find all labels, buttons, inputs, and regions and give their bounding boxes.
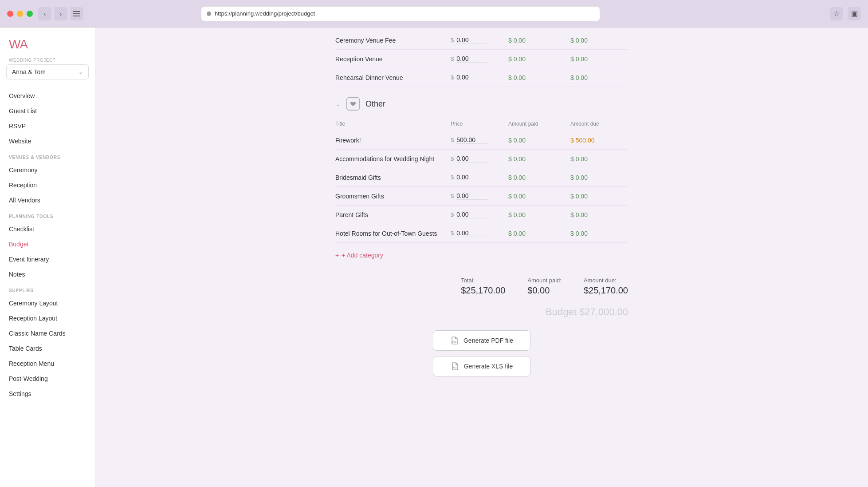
row-title: Parent Gifts: [335, 211, 451, 218]
row-amount-paid: $ 0.00: [508, 174, 570, 181]
browser-actions: ☆ ▣: [830, 7, 861, 20]
price-input[interactable]: [456, 174, 487, 181]
row-title: Accommodations for Wedding Night: [335, 155, 451, 162]
row-title: Firework!: [335, 137, 451, 144]
sidebar-item-checklist[interactable]: Checklist: [0, 222, 95, 237]
row-price[interactable]: $: [451, 136, 508, 144]
sidebar-item-guest-list[interactable]: Guest List: [0, 103, 95, 119]
row-title: Groomsmen Gifts: [335, 193, 451, 200]
nav-buttons: ‹ ›: [38, 7, 83, 20]
dollar-sign: $: [451, 230, 454, 237]
sidebar-item-all-vendors[interactable]: All Vendors: [0, 193, 95, 208]
url-bar[interactable]: https://planning.wedding/project/budget: [201, 6, 600, 21]
supplies-section-label: SUPPLIES: [0, 282, 95, 296]
row-amount-paid: $ 0.00: [508, 155, 570, 162]
dollar-sign: $: [451, 137, 454, 143]
project-selector[interactable]: Anna & Tom ⌄: [6, 64, 89, 79]
header-title: Title: [335, 121, 451, 127]
sidebar-item-budget[interactable]: Budget: [0, 237, 95, 252]
svg-rect-0: [73, 11, 80, 12]
row-title: Rehearsal Dinner Venue: [335, 74, 451, 81]
sidebar-item-overview[interactable]: Overview: [0, 88, 95, 103]
dollar-sign: $: [451, 211, 454, 218]
total-label: Total:: [461, 277, 505, 284]
header-amount-paid: Amount paid: [508, 121, 570, 127]
column-headers: Title Price Amount paid Amount due: [335, 117, 628, 129]
app-container: WA WEDDING PROJECT Anna & Tom ⌄ Overview…: [0, 28, 868, 487]
collapse-icon[interactable]: ⌄: [335, 100, 341, 107]
row-price[interactable]: $: [451, 55, 508, 63]
bookmark-button[interactable]: ☆: [830, 7, 843, 20]
sidebar-item-reception-layout[interactable]: Reception Layout: [0, 311, 95, 326]
fullscreen-button[interactable]: ▣: [848, 7, 861, 20]
back-button[interactable]: ‹: [38, 7, 51, 20]
maximize-button[interactable]: [27, 11, 33, 17]
price-input[interactable]: [456, 36, 487, 44]
row-amount-due: $ 0.00: [570, 55, 628, 63]
sidebar-item-website[interactable]: Website: [0, 134, 95, 149]
row-amount-due: $ 0.00: [570, 155, 628, 162]
sidebar-item-settings[interactable]: Settings: [0, 386, 95, 401]
price-input[interactable]: [456, 136, 487, 144]
sidebar-button[interactable]: [70, 7, 83, 20]
row-price[interactable]: $: [451, 230, 508, 237]
row-price[interactable]: $: [451, 155, 508, 162]
venues-section-label: VENUES & VENDORS: [0, 149, 95, 162]
table-row: Reception Venue $ $ 0.00 $ 0.00: [335, 50, 628, 68]
table-row: Ceremony Venue Fee $ $ 0.00 $ 0.00: [335, 31, 628, 50]
row-title: Reception Venue: [335, 55, 451, 63]
row-price[interactable]: $: [451, 74, 508, 81]
table-row: Rehearsal Dinner Venue $ $ 0.00 $ 0.00: [335, 68, 628, 87]
due-label: Amount due:: [584, 277, 628, 284]
row-title: Bridesmaid Gifts: [335, 174, 451, 181]
generate-pdf-button[interactable]: PDF Generate PDF file: [433, 330, 530, 351]
sidebar-item-ceremony-layout[interactable]: Ceremony Layout: [0, 296, 95, 311]
sidebar-item-event-itinerary[interactable]: Event Itinerary: [0, 252, 95, 267]
total-item: Total: $25,170.00: [461, 277, 505, 296]
wedding-project-label: WEDDING PROJECT: [0, 58, 95, 64]
row-price[interactable]: $: [451, 192, 508, 200]
table-row: Accommodations for Wedding Night $ $ 0.0…: [335, 150, 628, 168]
other-icon: [345, 96, 361, 112]
price-input[interactable]: [456, 230, 487, 237]
sidebar-item-rsvp[interactable]: RSVP: [0, 119, 95, 134]
row-price[interactable]: $: [451, 174, 508, 181]
security-indicator: [207, 12, 211, 16]
table-row: Groomsmen Gifts $ $ 0.00 $ 0.00: [335, 187, 628, 206]
pdf-icon: PDF: [450, 336, 459, 345]
row-amount-due: $ 0.00: [570, 37, 628, 44]
forward-button[interactable]: ›: [54, 7, 67, 20]
header-price: Price: [451, 121, 508, 127]
due-value: $25,170.00: [584, 285, 628, 296]
row-amount-due: $ 500.00: [570, 137, 628, 144]
row-price[interactable]: $: [451, 36, 508, 44]
row-price[interactable]: $: [451, 211, 508, 218]
sidebar-item-reception-menu[interactable]: Reception Menu: [0, 356, 95, 371]
close-button[interactable]: [7, 11, 13, 17]
generate-xls-button[interactable]: XLS Generate XLS file: [433, 356, 530, 376]
dollar-sign: $: [451, 55, 454, 62]
price-input[interactable]: [456, 155, 487, 162]
sidebar-item-ceremony[interactable]: Ceremony: [0, 162, 95, 178]
sidebar: WA WEDDING PROJECT Anna & Tom ⌄ Overview…: [0, 28, 95, 487]
sidebar-item-post-wedding[interactable]: Post-Wedding: [0, 371, 95, 386]
browser-chrome: ‹ › https://planning.wedding/project/bud…: [0, 0, 868, 28]
price-input[interactable]: [456, 55, 487, 63]
budget-total-line: Budget $27,000.00: [335, 303, 628, 321]
row-amount-due: $ 0.00: [570, 174, 628, 181]
price-input[interactable]: [456, 211, 487, 218]
category-title: Other: [365, 99, 385, 109]
sidebar-item-table-cards[interactable]: Table Cards: [0, 341, 95, 356]
table-row: Bridesmaid Gifts $ $ 0.00 $ 0.00: [335, 168, 628, 187]
logo-text: WA: [9, 38, 27, 51]
add-category-button[interactable]: + + Add category: [335, 243, 628, 268]
sidebar-item-reception[interactable]: Reception: [0, 178, 95, 193]
price-input[interactable]: [456, 192, 487, 200]
sidebar-item-classic-name-cards[interactable]: Classic Name Cards: [0, 326, 95, 341]
minimize-button[interactable]: [17, 11, 23, 17]
price-input[interactable]: [456, 74, 487, 81]
row-amount-paid: $ 0.00: [508, 37, 570, 44]
row-amount-due: $ 0.00: [570, 193, 628, 200]
row-title: Ceremony Venue Fee: [335, 37, 451, 44]
sidebar-item-notes[interactable]: Notes: [0, 267, 95, 282]
